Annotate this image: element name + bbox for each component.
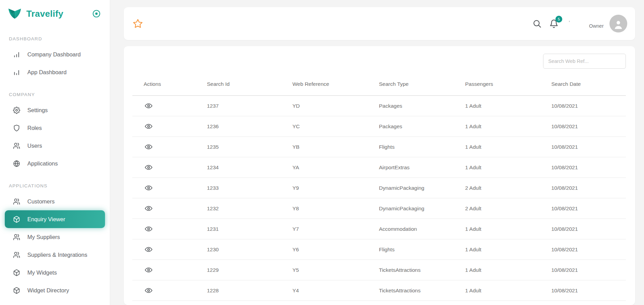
cell-search-type: TicketsAttractions (379, 280, 465, 301)
table-row: 1236 YC Packages 1 Adult 10/08/2021 (132, 116, 626, 137)
user-avatar-icon[interactable] (609, 15, 627, 32)
eye-icon[interactable] (145, 246, 153, 253)
sidebar-item-widget-directory[interactable]: Widget Directory (0, 281, 110, 299)
cell-search-date: 10/08/2021 (551, 280, 626, 301)
cell-passengers: 1 Adult (465, 137, 551, 157)
table-row: 1231 Y7 Accommodation 1 Adult 10/08/2021 (132, 219, 626, 239)
owner-label: Owner (589, 23, 604, 29)
target-circle-icon[interactable] (92, 9, 101, 18)
cell-search-id: 1234 (207, 157, 292, 178)
cell-search-date: 10/08/2021 (551, 116, 626, 137)
table-row: 1229 Y5 TicketsAttractions 1 Adult 10/08… (132, 260, 626, 280)
cell-search-type: Accommodation (379, 219, 465, 239)
cell-search-date: 10/08/2021 (551, 260, 626, 280)
cell-web-reference: Y4 (292, 280, 379, 301)
cell-search-type: Flights (379, 137, 465, 157)
cell-passengers: 1 Adult (465, 116, 551, 137)
table-row: 1230 Y6 Flights 1 Adult 10/08/2021 (132, 239, 626, 260)
column-header-search-date: Search Date (551, 81, 626, 96)
eye-icon[interactable] (145, 184, 153, 192)
cell-passengers: 1 Adult (465, 280, 551, 301)
cell-web-reference: Y6 (292, 239, 379, 260)
users-icon (13, 142, 20, 149)
cell-passengers: 1 Adult (465, 239, 551, 260)
table-row: 1233 Y9 DynamicPackaging 2 Adult 10/08/2… (132, 178, 626, 198)
notifications-button[interactable]: 5 (549, 19, 558, 28)
cell-search-id: 1236 (207, 116, 292, 137)
shield-icon (13, 124, 20, 132)
cell-passengers: 2 Adult (465, 178, 551, 198)
eye-icon[interactable] (145, 204, 153, 212)
column-header-web-reference: Web Reference (292, 81, 379, 96)
eye-icon[interactable] (145, 143, 153, 151)
section-label: APPLICATIONS (0, 178, 110, 193)
section-label: DASHBOARD (0, 31, 110, 45)
eye-icon[interactable] (145, 102, 153, 110)
users-icon (13, 234, 20, 241)
cell-search-date: 10/08/2021 (551, 219, 626, 239)
sidebar-item-users[interactable]: Users (0, 137, 110, 155)
cell-search-date: 10/08/2021 (551, 137, 626, 157)
sidebar-item-settings[interactable]: Settings (0, 101, 110, 119)
sidebar-item-customers[interactable]: Customers (0, 193, 110, 210)
cell-search-id: 1237 (207, 96, 292, 116)
sidebar-item-label: Widget Directory (27, 287, 69, 294)
cell-web-reference: YC (292, 116, 379, 137)
eye-icon[interactable] (145, 266, 153, 274)
sidebar-item-my-widgets[interactable]: My Widgets (0, 264, 110, 281)
cell-search-type: AirportExtras (379, 157, 465, 178)
cell-passengers: 1 Adult (465, 219, 551, 239)
gear-icon (13, 107, 20, 114)
app-root: Travelify DASHBOARD Company Dashboard Ap… (0, 0, 644, 305)
globe-icon (13, 160, 20, 167)
cell-passengers: 1 Adult (465, 260, 551, 280)
cube-icon (13, 287, 20, 294)
sidebar-item-company-dashboard[interactable]: Company Dashboard (0, 45, 110, 63)
users-icon (13, 198, 20, 205)
cell-web-reference: Y9 (292, 178, 379, 198)
cell-search-date: 10/08/2021 (551, 239, 626, 260)
eye-icon[interactable] (145, 225, 153, 233)
sidebar-item-label: Settings (27, 107, 48, 114)
cell-search-type: Packages (379, 96, 465, 116)
star-icon[interactable] (133, 18, 143, 29)
sidebar-item-enquiry-viewer[interactable]: Enquiry Viewer (5, 210, 105, 228)
sidebar-item-my-suppliers[interactable]: My Suppliers (0, 228, 110, 246)
section-label: COMPANY (0, 87, 110, 101)
topbar: 5 ’ Owner (124, 7, 635, 40)
search-web-ref-input[interactable] (543, 54, 626, 69)
sidebar-item-roles[interactable]: Roles (0, 119, 110, 137)
eye-icon[interactable] (145, 163, 153, 171)
cell-search-id: 1231 (207, 219, 292, 239)
section-items: Company Dashboard App Dashboard (0, 45, 110, 81)
table-row: 1237 YD Packages 1 Adult 10/08/2021 (132, 96, 626, 116)
cell-web-reference: Y5 (292, 260, 379, 280)
column-header-passengers: Passengers (465, 81, 551, 96)
cell-search-id: 1230 (207, 239, 292, 260)
cell-actions (132, 96, 207, 116)
cell-search-id: 1229 (207, 260, 292, 280)
section-items: Settings Roles Users Applications (0, 101, 110, 172)
column-header-search-type: Search Type (379, 81, 465, 96)
cell-search-date: 10/08/2021 (551, 157, 626, 178)
cell-search-type: DynamicPackaging (379, 198, 465, 219)
sidebar-item-suppliers-integrations[interactable]: Suppliers & Integrations (0, 246, 110, 264)
cell-search-date: 10/08/2021 (551, 178, 626, 198)
sidebar-nav: DASHBOARD Company Dashboard App Dashboar… (0, 31, 110, 299)
sidebar-item-app-dashboard[interactable]: App Dashboard (0, 63, 110, 81)
cell-search-type: Packages (379, 116, 465, 137)
enquiry-viewer-card: ActionsSearch IdWeb ReferenceSearch Type… (124, 46, 635, 305)
sidebar-item-label: Enquiry Viewer (27, 216, 65, 223)
enquiry-table: ActionsSearch IdWeb ReferenceSearch Type… (132, 81, 626, 301)
eye-icon[interactable] (145, 122, 153, 130)
eye-icon[interactable] (145, 287, 153, 294)
table-header-row: ActionsSearch IdWeb ReferenceSearch Type… (132, 81, 626, 96)
search-icon[interactable] (533, 19, 542, 28)
cell-actions (132, 239, 207, 260)
table-row: 1232 Y8 DynamicPackaging 2 Adult 10/08/2… (132, 198, 626, 219)
sidebar-item-applications[interactable]: Applications (0, 155, 110, 172)
table-row: 1234 YA AirportExtras 1 Adult 10/08/2021 (132, 157, 626, 178)
sidebar-item-label: App Dashboard (27, 69, 67, 76)
notification-badge: 5 (555, 16, 562, 23)
cell-search-type: Flights (379, 239, 465, 260)
